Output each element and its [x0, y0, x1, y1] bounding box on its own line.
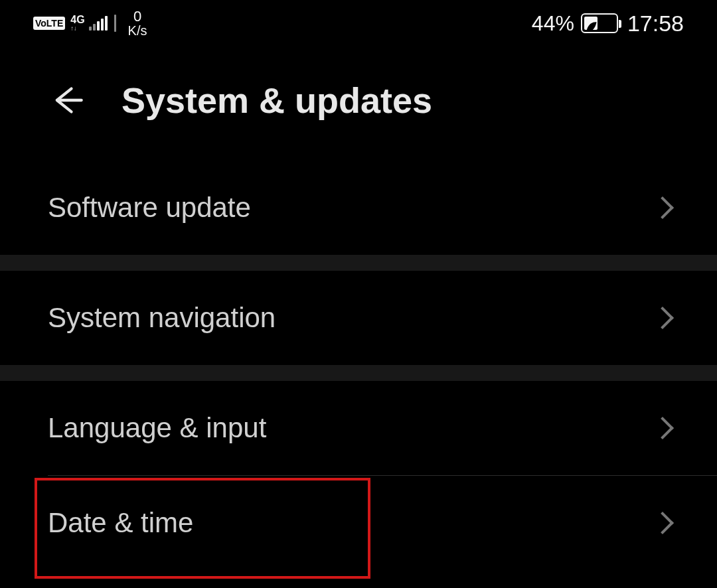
battery-icon — [581, 13, 618, 33]
page-header: System & updates — [0, 46, 717, 161]
battery-percent-label: 44% — [532, 11, 574, 36]
settings-list: Software update System navigation Langua… — [0, 161, 717, 570]
page-title: System & updates — [121, 80, 432, 121]
row-system-navigation[interactable]: System navigation — [0, 271, 717, 365]
volte-badge: VoLTE — [33, 17, 65, 30]
row-label: Date & time — [48, 507, 193, 539]
group-divider — [0, 255, 717, 271]
data-speed-value: 0 — [133, 9, 141, 24]
status-left-group: VoLTE 4G ↑↓ 0 K/s — [33, 9, 147, 37]
back-arrow-icon — [50, 83, 84, 117]
row-label: Language & input — [48, 412, 266, 444]
row-software-update[interactable]: Software update — [0, 161, 717, 255]
status-bar: VoLTE 4G ↑↓ 0 K/s 44% 17:58 — [0, 0, 717, 46]
chevron-right-icon — [651, 512, 674, 534]
back-button[interactable] — [50, 83, 84, 117]
leaf-icon — [584, 20, 598, 30]
signal-strength-icon — [89, 16, 108, 31]
row-label: Software update — [48, 192, 251, 224]
row-language-input[interactable]: Language & input — [0, 381, 717, 475]
chevron-right-icon — [651, 196, 674, 219]
row-label: System navigation — [48, 302, 276, 334]
group-divider — [0, 365, 717, 381]
network-type-indicator: 4G ↑↓ — [70, 15, 84, 32]
network-type-label: 4G — [70, 15, 84, 25]
chevron-right-icon — [651, 417, 674, 439]
row-date-time[interactable]: Date & time — [0, 476, 717, 570]
data-speed-unit: K/s — [128, 24, 147, 37]
data-speed-indicator: 0 K/s — [128, 9, 147, 37]
network-arrows-icon: ↑↓ — [70, 25, 76, 32]
signal-extra-bar-icon — [114, 15, 116, 32]
status-right-group: 44% 17:58 — [532, 11, 684, 37]
clock-label: 17:58 — [627, 11, 684, 37]
chevron-right-icon — [651, 307, 674, 329]
